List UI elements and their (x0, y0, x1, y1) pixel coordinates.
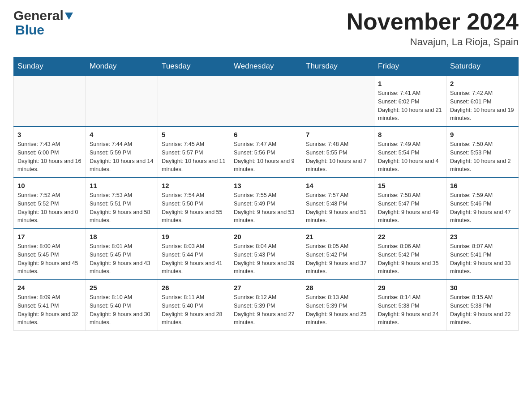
table-row: 26 Sunrise: 8:11 AM Sunset: 5:40 PM Dayl… (158, 280, 230, 331)
daylight-text: Daylight: 9 hours and 51 minutes. (306, 209, 367, 224)
daylight-text: Daylight: 9 hours and 41 minutes. (162, 260, 223, 275)
col-monday: Monday (86, 57, 158, 76)
sunset-text: Sunset: 5:54 PM (378, 150, 419, 156)
day-info: Sunrise: 8:12 AM Sunset: 5:39 PM Dayligh… (234, 293, 298, 327)
daylight-text: Daylight: 10 hours and 19 minutes. (450, 107, 514, 122)
table-row: 20 Sunrise: 8:04 AM Sunset: 5:43 PM Dayl… (230, 229, 302, 280)
sunrise-text: Sunrise: 7:47 AM (234, 141, 276, 147)
page-header: General Blue November 2024 Navajun, La R… (13, 9, 519, 48)
day-info: Sunrise: 7:53 AM Sunset: 5:51 PM Dayligh… (90, 191, 154, 225)
sunrise-text: Sunrise: 7:49 AM (378, 141, 420, 147)
daylight-text: Daylight: 9 hours and 45 minutes. (17, 260, 78, 275)
table-row: 17 Sunrise: 8:00 AM Sunset: 5:45 PM Dayl… (14, 229, 86, 280)
calendar-week-row: 24 Sunrise: 8:09 AM Sunset: 5:41 PM Dayl… (14, 280, 519, 331)
sunrise-text: Sunrise: 8:00 AM (17, 243, 60, 249)
sunset-text: Sunset: 5:59 PM (90, 150, 131, 156)
sunrise-text: Sunrise: 8:14 AM (378, 294, 420, 300)
sunset-text: Sunset: 6:00 PM (17, 150, 59, 156)
table-row: 12 Sunrise: 7:54 AM Sunset: 5:50 PM Dayl… (158, 178, 230, 229)
day-info: Sunrise: 8:11 AM Sunset: 5:40 PM Dayligh… (162, 293, 226, 327)
day-number: 30 (450, 284, 515, 291)
table-row: 8 Sunrise: 7:49 AM Sunset: 5:54 PM Dayli… (374, 127, 446, 178)
sunset-text: Sunset: 5:45 PM (17, 252, 59, 258)
table-row (230, 76, 302, 127)
sunset-text: Sunset: 5:43 PM (234, 252, 275, 258)
daylight-text: Daylight: 9 hours and 33 minutes. (450, 260, 511, 275)
day-info: Sunrise: 8:15 AM Sunset: 5:38 PM Dayligh… (450, 293, 515, 327)
sunset-text: Sunset: 5:42 PM (306, 252, 347, 258)
table-row: 1 Sunrise: 7:41 AM Sunset: 6:02 PM Dayli… (374, 76, 446, 127)
day-number: 26 (162, 284, 226, 291)
day-number: 19 (162, 233, 226, 240)
day-info: Sunrise: 7:58 AM Sunset: 5:47 PM Dayligh… (378, 191, 442, 225)
title-area: November 2024 Navajun, La Rioja, Spain (347, 9, 519, 48)
day-number: 20 (234, 233, 298, 240)
day-number: 29 (378, 284, 442, 291)
day-number: 14 (306, 182, 370, 189)
sunrise-text: Sunrise: 8:10 AM (90, 294, 132, 300)
sunrise-text: Sunrise: 7:50 AM (450, 141, 493, 147)
day-info: Sunrise: 8:00 AM Sunset: 5:45 PM Dayligh… (17, 242, 82, 276)
day-number: 24 (17, 284, 82, 291)
table-row: 10 Sunrise: 7:52 AM Sunset: 5:52 PM Dayl… (14, 178, 86, 229)
month-title: November 2024 (347, 9, 519, 34)
day-info: Sunrise: 7:41 AM Sunset: 6:02 PM Dayligh… (378, 89, 442, 123)
sunset-text: Sunset: 5:45 PM (90, 252, 131, 258)
day-number: 18 (90, 233, 154, 240)
day-number: 22 (378, 233, 442, 240)
logo-general-text: General (13, 9, 64, 22)
day-number: 21 (306, 233, 370, 240)
daylight-text: Daylight: 9 hours and 24 minutes. (378, 311, 439, 326)
daylight-text: Daylight: 9 hours and 32 minutes. (17, 311, 78, 326)
day-info: Sunrise: 8:04 AM Sunset: 5:43 PM Dayligh… (234, 242, 298, 276)
calendar-table: Sunday Monday Tuesday Wednesday Thursday… (13, 57, 519, 331)
sunrise-text: Sunrise: 7:41 AM (378, 90, 420, 96)
table-row: 30 Sunrise: 8:15 AM Sunset: 5:38 PM Dayl… (446, 280, 519, 331)
daylight-text: Daylight: 9 hours and 58 minutes. (90, 209, 150, 224)
table-row: 7 Sunrise: 7:48 AM Sunset: 5:55 PM Dayli… (302, 127, 374, 178)
daylight-text: Daylight: 10 hours and 21 minutes. (378, 107, 442, 122)
day-number: 4 (90, 131, 154, 138)
daylight-text: Daylight: 9 hours and 37 minutes. (306, 260, 367, 275)
sunset-text: Sunset: 5:55 PM (306, 150, 347, 156)
sunset-text: Sunset: 5:41 PM (17, 303, 59, 309)
day-number: 13 (234, 182, 298, 189)
sunrise-text: Sunrise: 8:05 AM (306, 243, 348, 249)
daylight-text: Daylight: 9 hours and 25 minutes. (306, 311, 367, 326)
day-info: Sunrise: 7:48 AM Sunset: 5:55 PM Dayligh… (306, 140, 370, 174)
sunset-text: Sunset: 5:38 PM (378, 303, 419, 309)
daylight-text: Daylight: 9 hours and 53 minutes. (234, 209, 295, 224)
sunrise-text: Sunrise: 7:55 AM (234, 192, 276, 198)
daylight-text: Daylight: 9 hours and 28 minutes. (162, 311, 223, 326)
day-info: Sunrise: 7:47 AM Sunset: 5:56 PM Dayligh… (234, 140, 298, 174)
sunrise-text: Sunrise: 8:13 AM (306, 294, 348, 300)
sunrise-text: Sunrise: 7:58 AM (378, 192, 420, 198)
sunrise-text: Sunrise: 7:43 AM (17, 141, 60, 147)
sunrise-text: Sunrise: 7:59 AM (450, 192, 493, 198)
day-info: Sunrise: 7:49 AM Sunset: 5:54 PM Dayligh… (378, 140, 442, 174)
day-info: Sunrise: 8:07 AM Sunset: 5:41 PM Dayligh… (450, 242, 515, 276)
sunset-text: Sunset: 5:39 PM (306, 303, 347, 309)
table-row: 16 Sunrise: 7:59 AM Sunset: 5:46 PM Dayl… (446, 178, 519, 229)
table-row: 24 Sunrise: 8:09 AM Sunset: 5:41 PM Dayl… (14, 280, 86, 331)
table-row: 28 Sunrise: 8:13 AM Sunset: 5:39 PM Dayl… (302, 280, 374, 331)
daylight-text: Daylight: 9 hours and 35 minutes. (378, 260, 439, 275)
daylight-text: Daylight: 9 hours and 47 minutes. (450, 209, 511, 224)
sunset-text: Sunset: 6:02 PM (378, 98, 419, 105)
sunrise-text: Sunrise: 8:15 AM (450, 294, 493, 300)
table-row: 15 Sunrise: 7:58 AM Sunset: 5:47 PM Dayl… (374, 178, 446, 229)
day-info: Sunrise: 8:09 AM Sunset: 5:41 PM Dayligh… (17, 293, 82, 327)
day-number: 10 (17, 182, 82, 189)
day-info: Sunrise: 7:42 AM Sunset: 6:01 PM Dayligh… (450, 89, 515, 123)
day-number: 12 (162, 182, 226, 189)
table-row: 5 Sunrise: 7:45 AM Sunset: 5:57 PM Dayli… (158, 127, 230, 178)
sunrise-text: Sunrise: 8:11 AM (162, 294, 204, 300)
table-row: 19 Sunrise: 8:03 AM Sunset: 5:44 PM Dayl… (158, 229, 230, 280)
day-number: 16 (450, 182, 515, 189)
day-number: 9 (450, 131, 515, 138)
day-number: 27 (234, 284, 298, 291)
daylight-text: Daylight: 9 hours and 39 minutes. (234, 260, 295, 275)
day-number: 15 (378, 182, 442, 189)
sunrise-text: Sunrise: 8:06 AM (378, 243, 420, 249)
sunset-text: Sunset: 5:40 PM (162, 303, 203, 309)
